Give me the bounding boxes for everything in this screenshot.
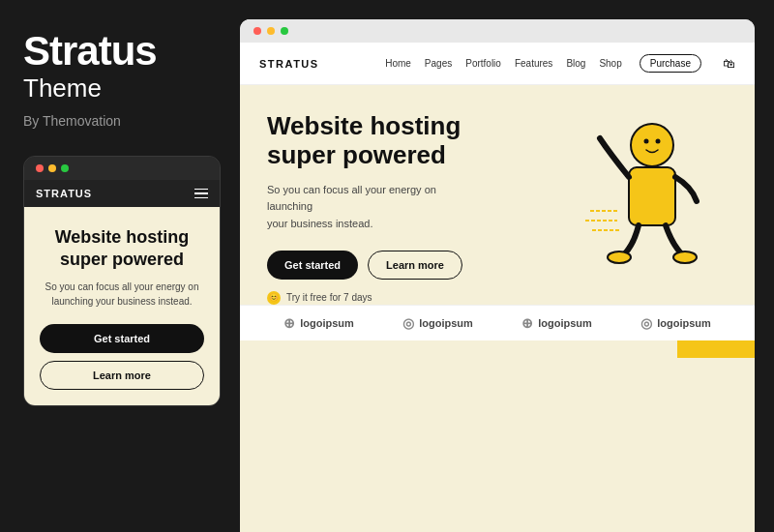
logo-item-4: ◎ logoipsum: [640, 315, 711, 331]
mobile-top-bar: [24, 157, 220, 180]
svg-point-4: [608, 251, 631, 263]
svg-point-2: [644, 139, 649, 144]
hero-subtext: So you can focus all your energy on laun…: [267, 182, 484, 233]
logo-text-4: logoipsum: [657, 317, 711, 329]
logo-icon-3: ⊕: [521, 315, 533, 331]
hero-trial: 😊 Try it free for 7 days: [267, 291, 484, 305]
mobile-nav-logo: STRATUS: [36, 188, 92, 199]
logo-icon-4: ◎: [640, 315, 652, 331]
brand-by: By Themovation: [23, 113, 217, 129]
nav-link-features[interactable]: Features: [515, 58, 552, 69]
dot-yellow: [48, 164, 56, 172]
dot-green: [61, 164, 69, 172]
mobile-content: Website hosting super powered So you can…: [24, 207, 220, 405]
desktop-mockup: STRATUS Home Pages Portfolio Features Bl…: [240, 19, 755, 532]
desktop-hero: Website hostingsuper powered So you can …: [240, 85, 755, 532]
mobile-get-started-button[interactable]: Get started: [40, 324, 204, 353]
hamburger-icon[interactable]: [194, 189, 208, 199]
mobile-mockup: STRATUS Website hosting super powered So…: [23, 156, 221, 406]
desktop-dot-red: [253, 27, 261, 35]
svg-point-5: [673, 251, 697, 263]
trial-icon: 😊: [267, 291, 281, 305]
brand-title: Stratus: [23, 31, 217, 72]
brand-subtitle: Theme: [23, 74, 217, 103]
nav-link-pages[interactable]: Pages: [425, 58, 452, 69]
desktop-nav-links: Home Pages Portfolio Features Blog Shop …: [385, 54, 735, 73]
nav-link-blog[interactable]: Blog: [566, 58, 585, 69]
logo-text-3: logoipsum: [538, 317, 592, 329]
nav-link-home[interactable]: Home: [385, 58, 411, 69]
nav-link-portfolio[interactable]: Portfolio: [465, 58, 501, 69]
desktop-dot-yellow: [267, 27, 275, 35]
right-panel: STRATUS Home Pages Portfolio Features Bl…: [240, 0, 774, 532]
svg-point-1: [631, 124, 673, 166]
hero-heading: Website hostingsuper powered: [267, 112, 484, 170]
left-panel: Stratus Theme By Themovation STRATUS Web…: [0, 0, 240, 532]
svg-rect-0: [629, 167, 675, 225]
trial-text: Try it free for 7 days: [286, 292, 372, 303]
nav-link-shop[interactable]: Shop: [599, 58, 621, 69]
desktop-nav: STRATUS Home Pages Portfolio Features Bl…: [240, 43, 755, 85]
logo-text-1: logoipsum: [300, 317, 354, 329]
hero-learn-more-button[interactable]: Learn more: [368, 251, 462, 280]
bottom-strip: [240, 340, 755, 358]
mobile-hero-heading: Website hosting super powered: [40, 226, 204, 270]
hero-illustration: [571, 95, 745, 288]
cart-icon[interactable]: 🛍: [723, 56, 735, 71]
mobile-learn-more-button[interactable]: Learn more: [40, 361, 204, 390]
logo-icon-2: ◎: [402, 315, 414, 331]
hero-content: Website hostingsuper powered So you can …: [240, 85, 511, 305]
mobile-nav: STRATUS: [24, 180, 220, 207]
strip-light: [240, 340, 677, 358]
mobile-hero-subtext: So you can focus all your energy on laun…: [40, 280, 204, 309]
logos-section: ⊕ logoipsum ◎ logoipsum ⊕ logoipsum ◎ lo…: [240, 305, 755, 340]
logo-icon-1: ⊕: [283, 315, 295, 331]
desktop-top-bar: [240, 19, 755, 43]
desktop-dot-green: [281, 27, 288, 35]
hero-buttons: Get started Learn more: [267, 251, 484, 280]
logo-text-2: logoipsum: [419, 317, 473, 329]
logo-item-1: ⊕ logoipsum: [283, 315, 354, 331]
desktop-nav-logo: STRATUS: [259, 58, 319, 70]
svg-point-3: [656, 139, 661, 144]
logo-item-3: ⊕ logoipsum: [521, 315, 592, 331]
strip-dark: [677, 340, 755, 358]
logo-item-2: ◎ logoipsum: [402, 315, 473, 331]
hero-get-started-button[interactable]: Get started: [267, 251, 358, 280]
nav-purchase-button[interactable]: Purchase: [640, 54, 701, 73]
dot-red: [36, 164, 44, 172]
